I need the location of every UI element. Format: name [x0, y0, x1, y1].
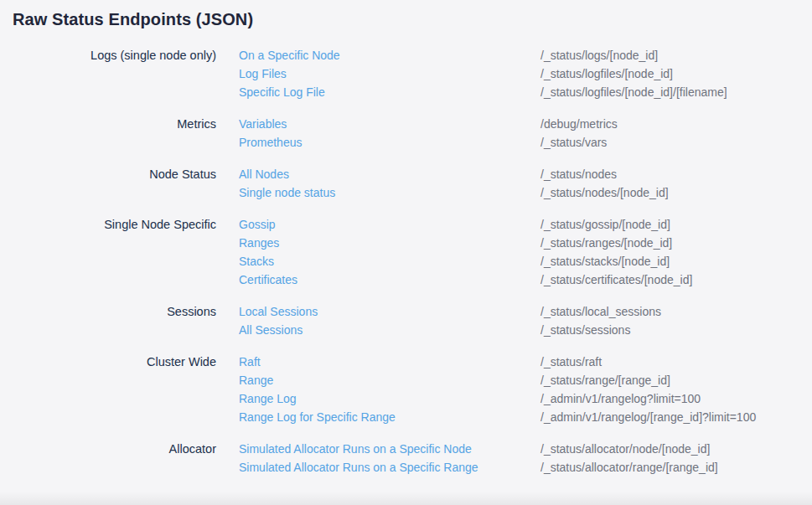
raw-status-endpoints-page: Raw Status Endpoints (JSON) Logs (single…: [0, 0, 812, 505]
endpoint-link[interactable]: On a Specific Node: [239, 46, 540, 64]
endpoint-section: Metrics Variables /debug/metrics Prometh…: [0, 115, 812, 152]
endpoint-rows: Variables /debug/metrics Prometheus /_st…: [216, 115, 812, 152]
endpoint-row: On a Specific Node /_status/logs/[node_i…: [216, 46, 812, 64]
endpoint-section: Allocator Simulated Allocator Runs on a …: [0, 440, 812, 477]
endpoint-rows: Raft /_status/raft Range /_status/range/…: [216, 353, 812, 426]
endpoint-path: /_status/range/[range_id]: [540, 371, 670, 389]
endpoint-link[interactable]: Certificates: [239, 271, 540, 289]
endpoint-link[interactable]: Single node status: [239, 183, 540, 202]
endpoint-path: /_status/nodes: [540, 165, 617, 183]
endpoint-link[interactable]: Raft: [239, 353, 540, 371]
endpoint-path: /_status/gossip/[node_id]: [540, 215, 670, 234]
endpoint-link[interactable]: All Nodes: [239, 165, 540, 183]
endpoint-link[interactable]: Specific Log File: [239, 83, 540, 101]
endpoint-path: /_status/raft: [540, 353, 602, 371]
endpoint-path: /_admin/v1/rangelog?limit=100: [540, 389, 701, 408]
category-label: Node Status: [0, 165, 216, 183]
endpoint-section: Node Status All Nodes /_status/nodes Sin…: [0, 165, 812, 202]
endpoint-path: /_status/nodes/[node_id]: [540, 183, 669, 202]
endpoint-row: Log Files /_status/logfiles/[node_id]: [216, 64, 812, 83]
endpoint-link[interactable]: Local Sessions: [239, 302, 540, 321]
endpoint-link[interactable]: Log Files: [239, 64, 540, 83]
endpoint-path: /_status/logfiles/[node_id]: [540, 64, 673, 83]
endpoint-row: Simulated Allocator Runs on a Specific N…: [216, 440, 812, 458]
endpoint-link[interactable]: Gossip: [239, 215, 540, 234]
category-label: Metrics: [0, 115, 216, 133]
endpoint-section: Cluster Wide Raft /_status/raft Range /_…: [0, 353, 812, 426]
endpoint-link[interactable]: Prometheus: [239, 133, 540, 152]
endpoint-row: Simulated Allocator Runs on a Specific R…: [216, 458, 812, 477]
endpoint-path: /_status/vars: [540, 133, 607, 152]
endpoint-path: /_status/sessions: [540, 321, 630, 339]
endpoint-row: Raft /_status/raft: [216, 353, 812, 371]
endpoint-section: Logs (single node only) On a Specific No…: [0, 46, 812, 101]
endpoint-path: /_status/allocator/node/[node_id]: [540, 440, 710, 458]
category-label: Sessions: [0, 302, 216, 321]
endpoint-section: Single Node Specific Gossip /_status/gos…: [0, 215, 812, 289]
endpoint-path: /_status/logs/[node_id]: [540, 46, 658, 64]
endpoint-row: All Sessions /_status/sessions: [216, 321, 812, 339]
endpoint-row: Specific Log File /_status/logfiles/[nod…: [216, 83, 812, 101]
endpoint-rows: Simulated Allocator Runs on a Specific N…: [216, 440, 812, 477]
category-label: Allocator: [0, 440, 216, 458]
endpoint-path: /_status/local_sessions: [540, 302, 661, 321]
endpoint-row: All Nodes /_status/nodes: [216, 165, 812, 183]
endpoint-row: Variables /debug/metrics: [216, 115, 812, 133]
endpoint-path: /_status/ranges/[node_id]: [540, 234, 672, 252]
endpoint-row: Range /_status/range/[range_id]: [216, 371, 812, 389]
endpoint-path: /debug/metrics: [540, 115, 618, 133]
endpoint-link[interactable]: Range Log for Specific Range: [239, 408, 540, 426]
endpoint-link[interactable]: Simulated Allocator Runs on a Specific R…: [239, 458, 540, 477]
endpoint-path: /_status/allocator/range/[range_id]: [540, 458, 718, 477]
endpoint-row: Range Log for Specific Range /_admin/v1/…: [216, 408, 812, 426]
endpoint-rows: Gossip /_status/gossip/[node_id] Ranges …: [216, 215, 812, 289]
endpoint-row: Stacks /_status/stacks/[node_id]: [216, 252, 812, 271]
endpoint-path: /_status/stacks/[node_id]: [540, 252, 670, 271]
bottom-fade: [0, 492, 812, 505]
endpoint-path: /_status/logfiles/[node_id]/[filename]: [540, 83, 727, 101]
category-label: Cluster Wide: [0, 353, 216, 371]
endpoint-link[interactable]: Range: [239, 371, 540, 389]
page-title: Raw Status Endpoints (JSON): [13, 10, 253, 29]
endpoint-rows: All Nodes /_status/nodes Single node sta…: [216, 165, 812, 202]
endpoint-rows: Local Sessions /_status/local_sessions A…: [216, 302, 812, 339]
endpoint-section: Sessions Local Sessions /_status/local_s…: [0, 302, 812, 339]
endpoint-path: /_admin/v1/rangelog/[range_id]?limit=100: [540, 408, 756, 426]
endpoint-link[interactable]: Variables: [239, 115, 540, 133]
endpoint-row: Certificates /_status/certificates/[node…: [216, 271, 812, 289]
endpoint-link[interactable]: All Sessions: [239, 321, 540, 339]
category-label: Logs (single node only): [0, 46, 216, 64]
endpoint-row: Range Log /_admin/v1/rangelog?limit=100: [216, 389, 812, 408]
endpoint-row: Prometheus /_status/vars: [216, 133, 812, 152]
endpoint-path: /_status/certificates/[node_id]: [540, 271, 692, 289]
category-label: Single Node Specific: [0, 215, 216, 234]
endpoint-row: Single node status /_status/nodes/[node_…: [216, 183, 812, 202]
endpoint-row: Gossip /_status/gossip/[node_id]: [216, 215, 812, 234]
endpoint-link[interactable]: Simulated Allocator Runs on a Specific N…: [239, 440, 540, 458]
endpoint-row: Ranges /_status/ranges/[node_id]: [216, 234, 812, 252]
endpoint-row: Local Sessions /_status/local_sessions: [216, 302, 812, 321]
endpoint-link[interactable]: Ranges: [239, 234, 540, 252]
endpoint-sections: Logs (single node only) On a Specific No…: [0, 46, 812, 490]
endpoint-link[interactable]: Stacks: [239, 252, 540, 271]
endpoint-rows: On a Specific Node /_status/logs/[node_i…: [216, 46, 812, 101]
endpoint-link[interactable]: Range Log: [239, 389, 540, 408]
